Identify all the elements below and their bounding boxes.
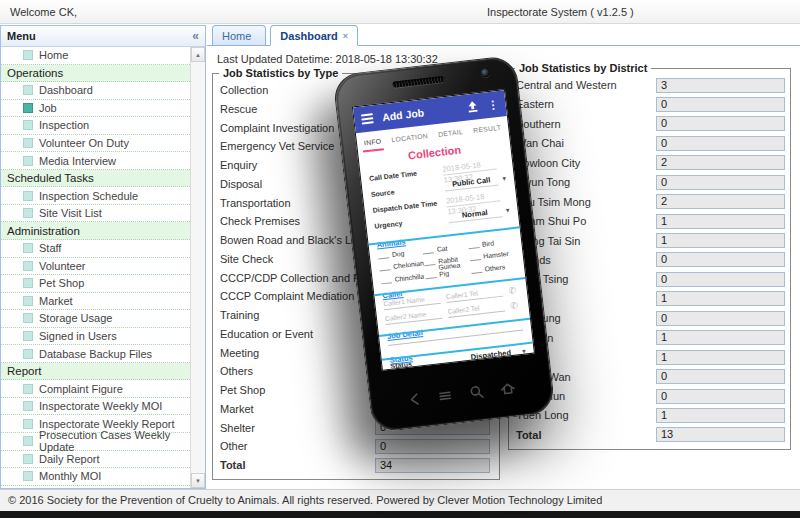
stat-value-box[interactable]: 34 xyxy=(375,458,490,473)
sidebar-item[interactable]: Signed in Users xyxy=(1,328,190,346)
sidebar-item-label: Pet Shop xyxy=(39,277,84,289)
stat-label: Pet Shop xyxy=(213,384,375,396)
sidebar-item[interactable]: Pet Shop xyxy=(1,275,190,293)
sidebar-item-label: Site Visit List xyxy=(39,207,102,219)
stat-value-box[interactable]: 1 xyxy=(656,330,785,345)
stat-row: Sai Kung 0 xyxy=(509,310,790,326)
sidebar-item-label: Job xyxy=(39,102,57,114)
menu-item-square-icon xyxy=(23,120,33,130)
sidebar-item[interactable]: Inspection Schedule xyxy=(1,187,190,205)
sidebar-item[interactable]: Inspection xyxy=(1,117,190,135)
stat-value-box[interactable]: 3 xyxy=(656,78,785,93)
tab[interactable]: Home xyxy=(212,25,266,45)
stat-value-box[interactable]: 13 xyxy=(656,427,785,442)
scrollbar-down-button[interactable]: ▼ xyxy=(191,473,205,488)
dropdown-arrow-icon: ▾ xyxy=(498,175,507,184)
sidebar-item[interactable]: Database Backup Files xyxy=(1,345,190,363)
menu-item-square-icon xyxy=(23,419,33,429)
stat-value-box[interactable]: 0 xyxy=(656,136,785,151)
sidebar-item[interactable]: Monthly MOI xyxy=(1,468,190,486)
sidebar-item[interactable]: Job xyxy=(1,100,190,118)
stat-value-box[interactable]: 0 xyxy=(656,116,785,131)
menu-item-square-icon xyxy=(23,191,33,201)
sidebar-item[interactable]: Media Interview xyxy=(1,152,190,170)
fieldset-legend: Job Statistics by District xyxy=(515,62,651,74)
sidebar-item[interactable]: Report xyxy=(1,363,190,381)
menu-panel-header: Menu « xyxy=(1,26,205,47)
sidebar-item[interactable]: Prosecution Cases Weekly Update xyxy=(1,433,190,451)
sidebar-scrollbar[interactable]: ▲ ▼ xyxy=(190,47,205,488)
stat-value-box[interactable]: 1 xyxy=(656,350,785,365)
menu-item-square-icon xyxy=(23,331,33,341)
stat-value-box[interactable]: 0 xyxy=(656,369,785,384)
sidebar-item[interactable]: Volunteer xyxy=(1,258,190,276)
sidebar-item[interactable]: Complaint Figure xyxy=(1,380,190,398)
stat-value-box[interactable]: 2 xyxy=(656,155,785,170)
sidebar-item-label: Inspectorate Weekly MOI xyxy=(39,400,162,412)
stat-row: Eastern 0 xyxy=(509,96,790,112)
sidebar-item[interactable]: Volunteer On Duty xyxy=(1,135,190,153)
phone-tab[interactable]: LOCATION xyxy=(391,128,429,149)
tab[interactable]: Dashboard × xyxy=(270,25,358,46)
sidebar-item-label: Signed in Users xyxy=(39,330,117,342)
stat-value-box[interactable]: 0 xyxy=(656,97,785,112)
menu-item-square-icon xyxy=(23,471,33,481)
stat-label: Education or Event xyxy=(213,328,375,340)
sidebar-item-label: Volunteer xyxy=(39,260,85,272)
menu-item-square-icon xyxy=(23,436,33,446)
sidebar-item-label: Operations xyxy=(7,67,63,79)
sidebar-item[interactable]: Home xyxy=(1,47,190,65)
stat-value-box[interactable]: 1 xyxy=(656,408,785,423)
sidebar-item[interactable]: Storage Usage xyxy=(1,310,190,328)
menu-item-square-icon xyxy=(23,401,33,411)
phone-tab[interactable]: RESULT xyxy=(472,119,502,139)
tab-close-icon[interactable]: × xyxy=(343,31,348,41)
stat-row: Central and Western 3 xyxy=(509,77,790,93)
sidebar-item[interactable]: Inspectorate Weekly MOI xyxy=(1,398,190,416)
stat-value-box[interactable]: 1 xyxy=(656,214,785,229)
sidebar-menu-list: Home Operations Dashboard Job xyxy=(1,47,190,488)
upload-icon[interactable] xyxy=(465,99,480,114)
stat-value-box[interactable]: 2 xyxy=(656,194,785,209)
menu-item-square-icon xyxy=(23,208,33,218)
sidebar-item[interactable]: Administration xyxy=(1,222,190,240)
stat-value-box[interactable]: 1 xyxy=(656,233,785,248)
menu-item-square-icon xyxy=(23,454,33,464)
stat-label: Wan Chai xyxy=(509,137,656,149)
stat-value-box[interactable]: 0 xyxy=(656,272,785,287)
sidebar-item-label: Scheduled Tasks xyxy=(7,172,94,184)
stat-value-box[interactable]: 0 xyxy=(656,389,785,404)
collapse-panel-icon[interactable]: « xyxy=(192,26,199,46)
back-softkey-icon[interactable] xyxy=(405,391,423,409)
menu-item-square-icon xyxy=(23,85,33,95)
stat-value-box[interactable]: 0 xyxy=(656,175,785,190)
scrollbar-up-button[interactable]: ▲ xyxy=(191,47,205,62)
sidebar-item-label: Volunteer On Duty xyxy=(39,137,129,149)
stat-label: Market xyxy=(213,403,375,415)
phone-tab[interactable]: INFO xyxy=(363,133,382,152)
menu-softkey-icon[interactable] xyxy=(437,387,455,405)
section-title: Caller xyxy=(382,288,404,299)
phone-tab[interactable]: DETAIL xyxy=(437,124,464,144)
search-softkey-icon[interactable] xyxy=(468,383,486,401)
sidebar-item[interactable]: Operations xyxy=(1,65,190,83)
sidebar-item[interactable]: Staff xyxy=(1,240,190,258)
sidebar-item-label: Inspection xyxy=(39,119,89,131)
sidebar-item[interactable]: Site Visit List xyxy=(1,205,190,223)
sidebar-item[interactable]: Scheduled Tasks xyxy=(1,170,190,188)
stat-label: Others xyxy=(213,365,375,377)
sidebar-item-label: Storage Usage xyxy=(39,312,112,324)
stat-value-box[interactable]: 1 xyxy=(656,291,785,306)
sidebar-item[interactable]: Dashboard xyxy=(1,82,190,100)
stat-value-box[interactable]: 0 xyxy=(656,252,785,267)
stat-value-box[interactable]: 0 xyxy=(656,311,785,326)
stat-row: Kwun Tong 0 xyxy=(509,174,790,190)
stat-value-box[interactable]: 0 xyxy=(375,439,490,454)
overflow-menu-icon[interactable]: ⋮ xyxy=(487,97,499,111)
home-softkey-icon[interactable] xyxy=(499,380,517,398)
phone-handset-icon[interactable]: ✆ xyxy=(508,284,520,296)
hamburger-menu-icon[interactable] xyxy=(361,113,374,124)
stat-row: Yuen Long 1 xyxy=(509,407,790,423)
sidebar-item[interactable]: Market xyxy=(1,293,190,311)
dropdown-arrow-icon: ▾ xyxy=(517,347,526,356)
